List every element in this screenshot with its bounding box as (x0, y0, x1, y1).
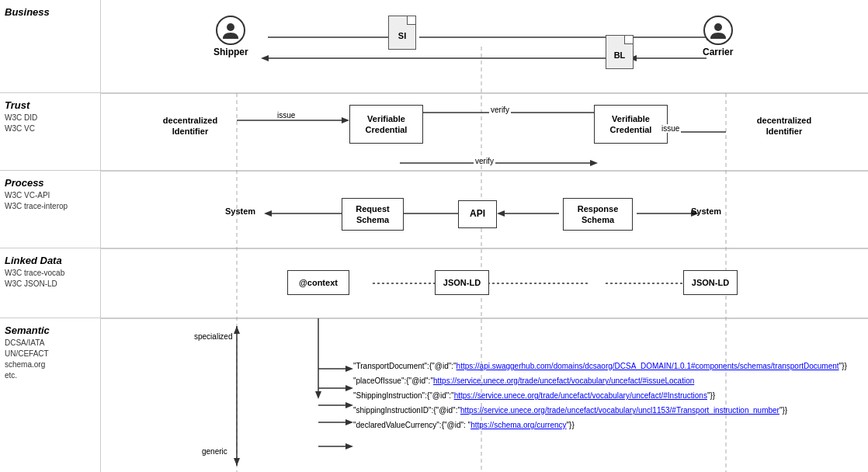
api-box: API (458, 200, 497, 228)
issue-left-label: issue (276, 111, 297, 120)
section-label-trust: Trust W3C DIDW3C VC (0, 93, 100, 171)
section-label-linked-data: Linked Data W3C trace-vocabW3C JSON-LD (0, 248, 100, 318)
semantic-lines: "TransportDocument":{"@id":"https://api.… (353, 360, 850, 434)
semantic-line-2-url[interactable]: https://service.unece.org/trade/uncefact… (433, 377, 694, 385)
semantic-line-2-prefix: "placeOfIssue":{"@id":" (353, 377, 433, 385)
semantic-sub: DCSA/IATAUN/CEFACTschema.orgetc. (5, 338, 95, 381)
svg-point-49 (227, 23, 234, 31)
semantic-line-2: "placeOfIssue":{"@id":"https://service.u… (353, 375, 850, 387)
semantic-line-4: "shippingInstructionID":{"@id":"https://… (353, 404, 850, 416)
semantic-line-1-url[interactable]: https://api.swaggerhub.com/domains/dcsao… (457, 362, 839, 370)
shipper-actor: Shipper (214, 16, 248, 57)
carrier-actor: Carrier (703, 16, 733, 57)
semantic-line-5-url[interactable]: https://schema.org/currency (470, 421, 566, 429)
carrier-label: Carrier (703, 47, 733, 57)
svg-marker-14 (261, 55, 269, 61)
semantic-line-3-prefix: "ShippingInstruction":{"@id":" (353, 391, 454, 400)
semantic-line-1-prefix: "TransportDocument":{"@id":" (353, 362, 457, 370)
svg-marker-18 (590, 160, 598, 166)
shipper-icon (216, 16, 245, 45)
linked-data-sub: W3C trace-vocabW3C JSON-LD (5, 268, 95, 290)
bl-label: BL (614, 50, 626, 60)
left-labels: Business Trust W3C DIDW3C VC Process W3C… (0, 0, 101, 472)
svg-marker-40 (345, 366, 353, 372)
trust-title: Trust (5, 99, 95, 111)
svg-marker-16 (342, 117, 349, 123)
decentralized-identifier-right: decentralizedIdentifier (738, 115, 831, 137)
request-schema: RequestSchema (342, 198, 404, 231)
json-ld-2: JSON-LD (683, 270, 738, 295)
semantic-line-3-url[interactable]: https://service.unece.org/trade/uncefact… (454, 391, 707, 400)
si-doc: SI (388, 16, 416, 50)
semantic-line-5-prefix: "declaredValueCurrency":{"@id": " (353, 421, 470, 429)
svg-marker-36 (234, 458, 240, 466)
trust-sub: W3C DIDW3C VC (5, 113, 95, 134)
specialized-label: specialized (194, 332, 232, 341)
section-label-business: Business (0, 0, 100, 93)
semantic-line-3-suffix: "}} (707, 391, 715, 400)
system-left: System (225, 206, 255, 216)
main-content: Shipper SI BL Carrier (101, 0, 868, 472)
decentralized-identifier-left: decentralizedIdentifier (148, 115, 233, 137)
svg-marker-44 (345, 402, 353, 408)
semantic-line-5: "declaredValueCurrency":{"@id": "https:/… (353, 419, 850, 431)
semantic-title: Semantic (5, 324, 95, 336)
verify-top-label: verify (489, 106, 511, 114)
svg-marker-48 (345, 443, 353, 449)
response-schema: ResponseSchema (563, 198, 633, 231)
diagram: Business Trust W3C DIDW3C VC Process W3C… (0, 0, 868, 472)
svg-marker-24 (264, 210, 272, 217)
bl-doc-shape: BL (606, 35, 634, 69)
svg-marker-46 (345, 419, 353, 425)
semantic-line-1-suffix: "}} (839, 362, 847, 370)
semantic-line-5-suffix: "}} (567, 421, 575, 429)
verifiable-credential-1: VerifiableCredential (349, 105, 423, 144)
bl-doc: BL (606, 35, 634, 69)
shipper-label: Shipper (214, 47, 248, 57)
section-label-process: Process W3C VC-APIW3C trace-interop (0, 171, 100, 248)
carrier-icon (703, 16, 733, 45)
context-box: @context (287, 270, 349, 295)
verify-bottom-label: verify (474, 157, 495, 165)
semantic-line-4-url[interactable]: https://service.unece.org/trade/uncefact… (460, 406, 779, 415)
svg-marker-38 (315, 391, 321, 399)
svg-marker-28 (497, 210, 505, 217)
process-sub: W3C VC-APIW3C trace-interop (5, 190, 95, 212)
semantic-line-1: "TransportDocument":{"@id":"https://api.… (353, 360, 850, 372)
svg-point-50 (714, 23, 722, 31)
si-label: SI (398, 31, 406, 40)
semantic-line-3: "ShippingInstruction":{"@id":"https://se… (353, 390, 850, 401)
semantic-line-4-suffix: "}} (779, 406, 787, 415)
verifiable-credential-2: VerifiableCredential (594, 105, 668, 144)
generic-label: generic (202, 447, 227, 456)
business-title: Business (5, 6, 95, 18)
si-doc-shape: SI (388, 16, 416, 50)
process-title: Process (5, 177, 95, 189)
semantic-line-4-prefix: "shippingInstructionID":{"@id":" (353, 406, 460, 415)
system-right: System (691, 206, 721, 216)
json-ld-1: JSON-LD (435, 270, 489, 295)
linked-data-title: Linked Data (5, 255, 95, 266)
svg-marker-35 (234, 326, 240, 334)
section-label-semantic: Semantic DCSA/IATAUN/CEFACTschema.orgetc… (0, 318, 100, 472)
issue-right-label: issue (660, 124, 681, 133)
svg-marker-42 (345, 385, 353, 391)
